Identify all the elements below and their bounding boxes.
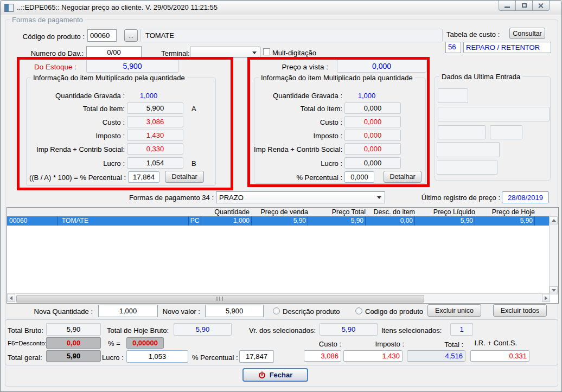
percentual-bottom-field: 17,847 xyxy=(239,350,274,363)
pct-eq-label: % = xyxy=(108,339,120,348)
right-total-item-label: Total do item: xyxy=(251,105,342,113)
itens-selecionados-field: 1 xyxy=(450,323,473,336)
last-entry-field-2 xyxy=(438,107,550,121)
imposto-bottom-label: Imposto : xyxy=(364,340,404,348)
product-browse-button[interactable]: ... xyxy=(124,29,138,42)
new-qty-input[interactable] xyxy=(98,305,158,317)
minimize-button[interactable] xyxy=(499,1,516,11)
grid-header-quantidade: Quantidade xyxy=(195,208,250,216)
right-total-item-field: 0,000 xyxy=(344,102,401,114)
last-entry-field-6 xyxy=(437,160,497,175)
cell-discount: 0,00 xyxy=(366,216,415,226)
left-lucro-field: 1,054 xyxy=(127,157,183,169)
app-window: ..::EDPE065:: Negociar preço ao cliente.… xyxy=(0,0,562,392)
radio-codigo-label: Codigo do produto xyxy=(365,307,423,316)
left-ir-label: Imp Renda + Contrib Social: xyxy=(28,145,125,153)
f6-desconto-field[interactable]: 0,00 xyxy=(46,337,101,349)
custo-bottom-field: 3,086 xyxy=(304,350,341,362)
left-qty-label: Quantidade Gravada : xyxy=(52,92,125,100)
title-bar[interactable]: ..::EDPE065:: Negociar preço ao cliente.… xyxy=(1,1,561,15)
last-entry-field-5 xyxy=(437,142,500,157)
right-qty-value: 1,000 xyxy=(348,92,386,100)
cash-price-label: Preço a vista : xyxy=(272,63,328,71)
scroll-down-icon[interactable] xyxy=(550,286,558,294)
cell-net: 5,90 xyxy=(415,216,475,226)
grid-header-preco-total: Preço Total xyxy=(311,208,366,216)
excluir-todos-button[interactable]: Excluir todos xyxy=(493,304,547,317)
radio-codigo-produto[interactable] xyxy=(355,307,362,314)
marker-b: B xyxy=(191,159,196,168)
consultar-button[interactable]: Consultar xyxy=(509,28,545,39)
last-entry-groupbox-label: Dados da Ultima Entrada xyxy=(439,73,522,81)
cell-total: 5,90 xyxy=(308,216,366,226)
cell-sale-price: 5,90 xyxy=(252,216,308,226)
stock-price-field[interactable]: 5,900 xyxy=(86,60,178,73)
window-title: ..::EDPE065:: Negociar preço ao cliente.… xyxy=(17,3,218,11)
radio-descricao-label: Descrição produto xyxy=(283,307,340,316)
minimize-icon xyxy=(504,7,510,8)
left-custo-label: Custo : xyxy=(33,118,125,126)
custo-bottom-label: Custo : xyxy=(304,340,341,348)
total-geral-field: 5,90 xyxy=(46,350,101,362)
new-qty-label: Nova Quantidade : xyxy=(22,307,93,316)
last-entry-field-3 xyxy=(438,125,486,139)
pct-eq-field[interactable]: 0,00000 xyxy=(126,337,164,349)
grid-vertical-scrollbar[interactable] xyxy=(549,216,558,294)
grid-row-selected[interactable]: 00060 TOMATE PC 1,000 5,90 5,90 0,00 5,9… xyxy=(7,216,550,226)
ir-bottom-field: 0,331 xyxy=(470,350,529,362)
payment-value: PRAZO xyxy=(219,194,244,202)
dav-label: Numero do Dav.: xyxy=(13,49,84,57)
grid-horizontal-scrollbar[interactable] xyxy=(7,293,550,303)
grid-header-row: Quantidade Preço de venda Preço Total De… xyxy=(7,208,558,216)
close-button[interactable] xyxy=(532,1,550,11)
cash-price-field[interactable]: 0,000 xyxy=(337,60,426,73)
left-total-item-label: Total do item: xyxy=(33,105,125,113)
fechar-button[interactable]: Fechar xyxy=(242,368,308,382)
lucro-bottom-field: 1,053 xyxy=(126,350,188,363)
grid-header-preco-liquido: Preço Líquido xyxy=(421,208,475,216)
items-grid[interactable]: Quantidade Preço de venda Preço Total De… xyxy=(7,207,559,304)
right-ir-label: Imp Renda + Contrib Social: xyxy=(245,145,342,153)
grid-header-preco-hoje: Preço de Hoje xyxy=(481,208,535,216)
app-icon xyxy=(4,4,14,12)
right-custo-field: 0,000 xyxy=(344,116,401,127)
last-entry-field-4 xyxy=(490,125,522,139)
grid-header-preco-venda: Preço de venda xyxy=(254,208,308,216)
product-name-display: TOMATE xyxy=(140,29,443,42)
excluir-unico-button[interactable]: Excluir unico xyxy=(427,304,481,317)
right-imposto-field: 0,000 xyxy=(344,130,401,141)
left-custo-field: 3,086 xyxy=(127,116,183,127)
total-bottom-label: Total : xyxy=(429,340,463,349)
scroll-up-icon[interactable] xyxy=(550,216,558,224)
scroll-left-icon[interactable] xyxy=(7,294,15,302)
horizontal-scroll-thumb[interactable] xyxy=(16,295,424,303)
total-geral-label: Total geral: xyxy=(8,354,42,362)
selecionados-label: Vr. dos selecionados: xyxy=(249,326,316,335)
cell-unit: PC xyxy=(189,216,201,226)
product-code-input[interactable] xyxy=(87,29,117,42)
new-value-label: Novo valor : xyxy=(157,307,200,316)
product-code-label: Código do produto : xyxy=(11,33,85,41)
last-entry-field-1 xyxy=(438,88,468,103)
total-bottom-field: 4,516 xyxy=(407,350,465,362)
left-imposto-field: 1,430 xyxy=(127,130,183,141)
maximize-button[interactable] xyxy=(515,1,533,11)
cost-table-code-field[interactable]: 56 xyxy=(445,42,461,53)
ir-bottom-label: I.R. + Cont.S. xyxy=(467,339,517,347)
payment-combobox[interactable]: PRAZO xyxy=(216,191,385,203)
terminal-combobox[interactable] xyxy=(190,47,260,58)
new-value-input[interactable] xyxy=(205,305,264,317)
right-detalhar-button[interactable]: Detalhar xyxy=(384,171,422,183)
cell-today: 5,90 xyxy=(475,216,535,226)
left-detalhar-button[interactable]: Detalhar xyxy=(165,171,204,183)
last-price-field: 28/08/2019 xyxy=(502,191,549,203)
right-info-groupbox-label: Informação do item Multiplicado pela qua… xyxy=(259,74,415,82)
grid-header-desc-item: Desc. do item xyxy=(361,208,415,216)
scroll-right-icon[interactable] xyxy=(542,294,550,302)
f6-desconto-label: F6=Desconto: xyxy=(8,340,47,346)
radio-descricao-produto[interactable] xyxy=(273,307,280,314)
mult-digitacao-checkbox[interactable] xyxy=(263,48,270,55)
power-icon xyxy=(258,371,266,379)
selecionados-field: 5,90 xyxy=(320,323,378,336)
dav-input[interactable] xyxy=(86,46,142,58)
